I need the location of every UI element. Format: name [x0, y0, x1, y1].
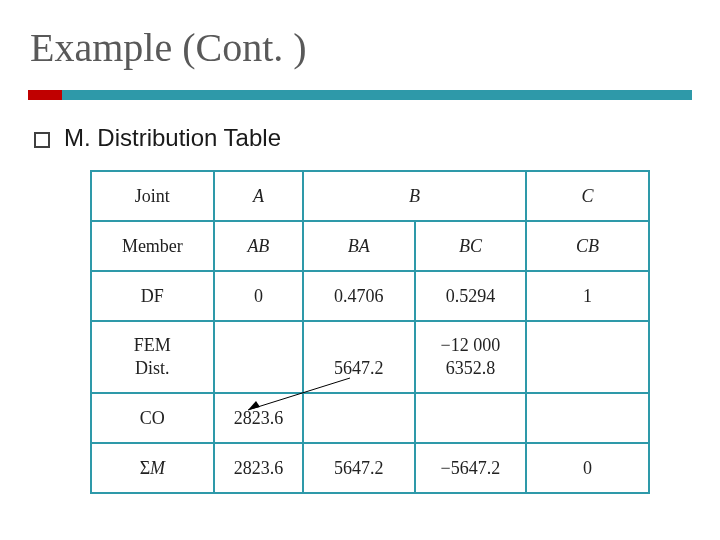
cell: B [303, 171, 526, 221]
distribution-table: Joint A B C Member AB BA BC CB DF 0 0.47… [90, 170, 650, 494]
row-label: Joint [91, 171, 214, 221]
cell [526, 393, 649, 443]
bullet-box-icon [34, 132, 50, 148]
cell: A [214, 171, 303, 221]
cell: 2823.6 [214, 443, 303, 493]
row-label: Member [91, 221, 214, 271]
table-row: ΣM 2823.6 5647.2 −5647.2 0 [91, 443, 649, 493]
cell: 5647.2 [303, 443, 415, 493]
cell [415, 393, 527, 443]
page-title: Example (Cont. ) [30, 24, 307, 71]
cell: 0 [214, 271, 303, 321]
row-label: FEM Dist. [91, 321, 214, 393]
cell: 1 [526, 271, 649, 321]
cell: AB [214, 221, 303, 271]
row-label: ΣM [91, 443, 214, 493]
cell: 0.4706 [303, 271, 415, 321]
bullet-text: M. Distribution Table [64, 124, 281, 151]
cell [526, 321, 649, 393]
row-label: CO [91, 393, 214, 443]
table-row: Member AB BA BC CB [91, 221, 649, 271]
cell [303, 393, 415, 443]
accent-rule [28, 90, 692, 100]
table-row: FEM Dist. 5647.2 −12 000 6352.8 [91, 321, 649, 393]
cell: BC [415, 221, 527, 271]
cell: BA [303, 221, 415, 271]
cell: −5647.2 [415, 443, 527, 493]
cell: 0.5294 [415, 271, 527, 321]
table-row: CO 2823.6 [91, 393, 649, 443]
cell: 5647.2 [303, 321, 415, 393]
cell: CB [526, 221, 649, 271]
cell: −12 000 6352.8 [415, 321, 527, 393]
table-row: DF 0 0.4706 0.5294 1 [91, 271, 649, 321]
cell: 0 [526, 443, 649, 493]
table-row: Joint A B C [91, 171, 649, 221]
cell [214, 321, 303, 393]
cell: 2823.6 [214, 393, 303, 443]
bullet-item: M. Distribution Table [34, 124, 281, 152]
row-label: DF [91, 271, 214, 321]
cell: C [526, 171, 649, 221]
